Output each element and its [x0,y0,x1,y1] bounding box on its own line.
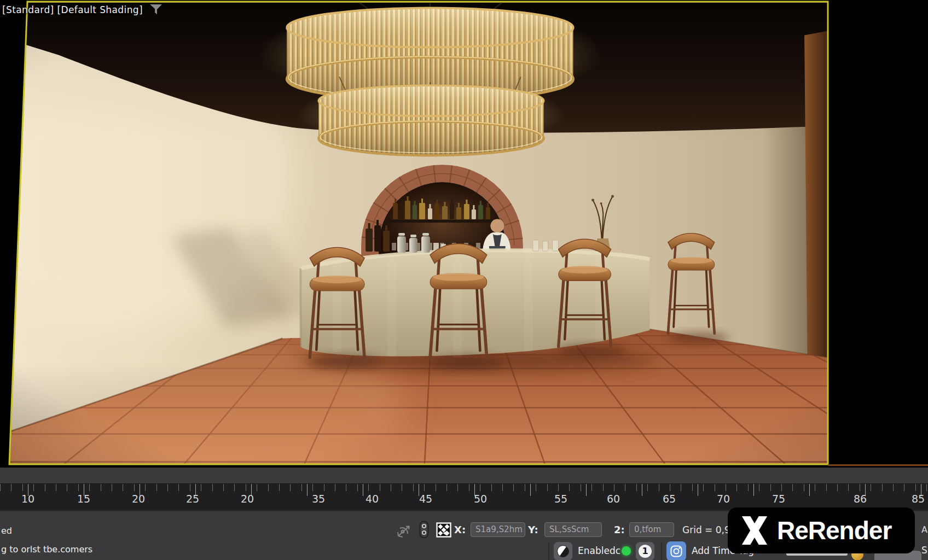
contrast-sphere-button[interactable] [554,542,572,560]
timeline-label: 70 [717,493,730,505]
bar-scene [9,2,828,464]
transform-gizmo-icon[interactable] [395,521,416,539]
timeline-label: 55 [554,493,567,505]
timeline-label: 35 [312,493,325,505]
clipped-right-bottom-text: S [921,545,927,556]
checker-snap-icon[interactable] [436,522,451,538]
x-coordinate-field[interactable]: S1a9,S2hm [471,522,525,537]
vignette [9,3,828,464]
timeline-label: 50 [474,493,487,505]
badge-1-icon: 1 [639,545,652,558]
timeline-label: 65 [663,493,676,505]
timeline-label: 15 [77,493,90,505]
timeline-label: 20 [132,493,145,505]
viewport-shading-label[interactable]: [Standard] [Default Shading] [2,4,163,16]
z-axis-label: 2: [614,524,625,535]
camera-tag-icon [670,545,682,557]
add-time-tag-button[interactable] [666,541,686,560]
timeline-label: 85 [912,493,925,505]
contrast-sphere-icon [556,545,570,558]
viewport-area: [Standard] [Default Shading] [0,0,928,468]
x-axis-label: X: [454,524,466,535]
separator [661,542,662,560]
rerender-watermark: ReRender [728,508,915,553]
funnel-icon[interactable] [149,4,163,16]
enabled-status-dot [622,546,631,556]
viewport-shading-label-text[interactable]: [Standard] [Default Shading] [2,4,143,15]
lock-icon[interactable] [419,521,429,539]
viewport-border-extension [828,464,928,466]
badge-1-button[interactable]: 1 [636,542,654,560]
enabled-toggle-label[interactable]: Enabledc [578,545,620,556]
rerender-logo-text: ReRender [777,516,891,545]
timeline-label: 45 [419,493,432,505]
viewport-render[interactable] [9,2,828,464]
timeline-label: 60 [607,493,620,505]
timeline-label: 25 [186,493,199,505]
timeline-label: 75 [772,493,785,505]
clipped-left-text: ed [1,526,12,536]
y-coordinate-field[interactable]: SL,SsScm [544,522,602,537]
footer-hint-text: g to orlst tbe.comers [1,544,92,555]
timeline-label: 86 [854,493,867,505]
separator [548,542,549,560]
bottom-panel: 10152025203540455055606570758685 ed [0,468,928,560]
timeline-label: 10 [21,493,34,505]
rerender-logo-mark [740,516,769,545]
timeline-label: 40 [366,493,379,505]
app-window: [Standard] [Default Shading] 10152025203… [0,0,928,560]
z-coordinate-field[interactable]: 0,tfom [629,522,674,537]
timeline-label: 20 [241,493,254,505]
y-axis-label: Y: [528,524,538,535]
clipped-right-top-text: A [921,524,927,535]
